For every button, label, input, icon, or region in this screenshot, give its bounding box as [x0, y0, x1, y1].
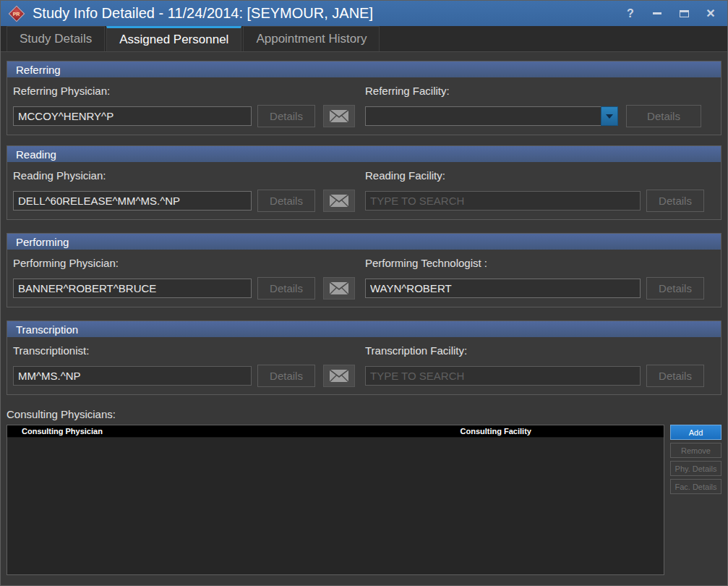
consulting-physicians-area: Consulting Physician Consulting Facility…: [7, 425, 721, 575]
phy-details-button[interactable]: Phy. Details: [670, 461, 721, 476]
close-button[interactable]: ✕: [703, 6, 719, 22]
tab-assigned-personnel[interactable]: Assigned Personnel: [106, 26, 241, 51]
tab-bar: Study Details Assigned Personnel Appoint…: [1, 26, 727, 52]
maximize-button[interactable]: [676, 6, 692, 22]
section-referring: Referring Referring Physician: Details: [7, 61, 721, 135]
minimize-button[interactable]: [649, 6, 665, 22]
section-reading-header: Reading: [7, 146, 721, 162]
column-header-consulting-physician: Consulting Physician: [7, 427, 461, 436]
section-performing: Performing Performing Physician: Details: [7, 233, 721, 307]
section-reading: Reading Reading Physician: Details: [7, 145, 721, 220]
section-performing-header: Performing: [7, 234, 721, 250]
section-transcription: Transcription Transcriptionist: Details: [7, 320, 721, 395]
referring-facility-details-button[interactable]: Details: [626, 105, 701, 127]
reading-physician-mail-button[interactable]: [323, 190, 355, 212]
reading-physician-input[interactable]: [13, 191, 252, 211]
envelope-icon: [330, 110, 348, 122]
reading-facility-label: Reading Facility:: [365, 169, 715, 184]
minimize-icon: [653, 12, 661, 14]
tab-label: Assigned Personnel: [119, 33, 228, 47]
tab-appointment-history[interactable]: Appointment History: [243, 26, 380, 51]
close-icon: ✕: [706, 7, 715, 20]
consulting-table-body[interactable]: [7, 438, 664, 574]
column-header-consulting-facility: Consulting Facility: [461, 427, 531, 436]
transcription-facility-label: Transcription Facility:: [365, 344, 715, 359]
add-button[interactable]: Add: [670, 425, 721, 440]
reading-facility-search-input[interactable]: [365, 191, 641, 211]
performing-physician-mail-button[interactable]: [323, 277, 355, 300]
envelope-icon: [330, 370, 348, 382]
transcription-facility-details-button[interactable]: Details: [646, 365, 704, 387]
help-button[interactable]: ?: [622, 6, 638, 22]
chevron-down-icon: [606, 114, 613, 119]
performing-physician-input[interactable]: [13, 279, 252, 298]
performing-physician-label: Performing Physician:: [13, 257, 361, 271]
tab-label: Appointment History: [256, 32, 367, 46]
consulting-physicians-table: Consulting Physician Consulting Facility: [7, 425, 664, 575]
title-bar: PR Study Info Detailed - 11/24/2014: [SE…: [1, 1, 727, 26]
transcription-facility-search-input[interactable]: [365, 366, 641, 386]
help-icon: ?: [627, 7, 634, 20]
referring-facility-input[interactable]: [365, 106, 601, 126]
consulting-physicians-label: Consulting Physicians:: [7, 408, 721, 420]
transcriptionist-mail-button[interactable]: [323, 365, 355, 387]
window-title: Study Info Detailed - 11/24/2014: [SEYMO…: [33, 5, 373, 22]
referring-facility-combobox: [365, 106, 618, 126]
transcriptionist-input[interactable]: [13, 366, 252, 386]
performing-technologist-details-button[interactable]: Details: [646, 277, 704, 300]
transcriptionist-label: Transcriptionist:: [13, 344, 361, 359]
referring-physician-details-button[interactable]: Details: [257, 105, 315, 127]
fac-details-button[interactable]: Fac. Details: [670, 479, 721, 494]
referring-physician-label: Referring Physician:: [13, 85, 361, 99]
section-transcription-header: Transcription: [7, 321, 721, 337]
maximize-icon: [680, 10, 689, 17]
reading-physician-label: Reading Physician:: [13, 169, 361, 184]
app-icon: PR: [9, 5, 25, 22]
referring-facility-label: Referring Facility:: [365, 85, 715, 99]
window-controls: ? ✕: [622, 6, 719, 22]
remove-button[interactable]: Remove: [670, 443, 721, 458]
consulting-table-header: Consulting Physician Consulting Facility: [7, 425, 664, 438]
tab-label: Study Details: [20, 32, 92, 46]
performing-physician-details-button[interactable]: Details: [257, 277, 315, 300]
referring-physician-mail-button[interactable]: [323, 105, 355, 127]
performing-technologist-input[interactable]: [365, 279, 641, 298]
transcriptionist-details-button[interactable]: Details: [257, 365, 315, 387]
referring-physician-input[interactable]: [13, 106, 252, 126]
envelope-icon: [330, 282, 348, 294]
reading-facility-details-button[interactable]: Details: [646, 190, 704, 212]
consulting-buttons: Add Remove Phy. Details Fac. Details: [670, 425, 721, 575]
referring-facility-dropdown-button[interactable]: [601, 106, 618, 126]
section-referring-header: Referring: [7, 61, 721, 77]
app-icon-label: PR: [13, 11, 20, 16]
tab-study-details[interactable]: Study Details: [7, 26, 105, 51]
envelope-icon: [330, 195, 348, 207]
performing-technologist-label: Performing Technologist :: [365, 257, 715, 271]
assigned-personnel-panel: Referring Referring Physician: Details: [1, 53, 727, 585]
reading-physician-details-button[interactable]: Details: [257, 190, 315, 212]
